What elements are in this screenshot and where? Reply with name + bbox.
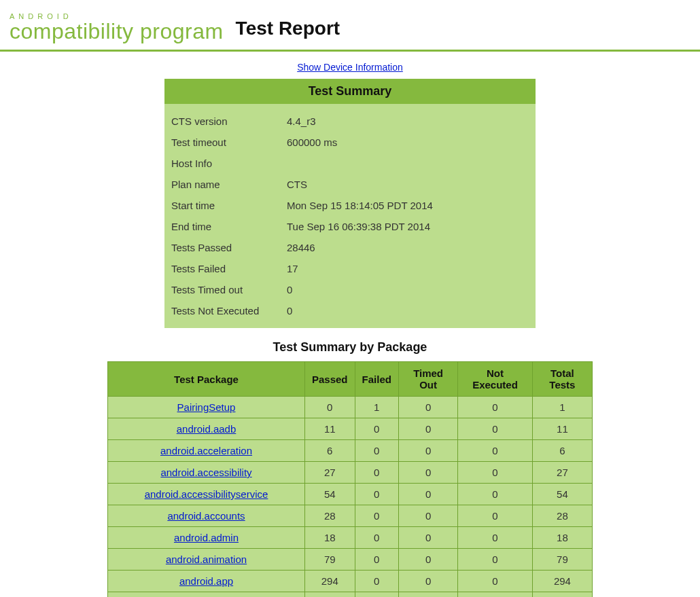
table-cell-passed: 6	[305, 440, 355, 462]
summary-row: Tests Timed out0	[171, 279, 529, 300]
package-name-cell: android.aadb	[108, 418, 305, 440]
table-cell-total: 294	[532, 571, 592, 592]
table-cell-passed: 11	[305, 418, 355, 440]
summary-label: Tests Not Executed	[171, 305, 287, 316]
summary-label: End time	[171, 221, 287, 232]
package-summary-table: Test PackagePassedFailedTimed OutNot Exe…	[107, 361, 593, 597]
table-cell-timed_out: 0	[398, 484, 457, 505]
table-cell-timed_out: 0	[398, 592, 457, 598]
package-name-cell: android.animation	[108, 549, 305, 571]
table-cell-failed: 0	[355, 592, 398, 598]
table-cell-passed: 18	[305, 527, 355, 549]
table-cell-passed: 79	[305, 549, 355, 571]
table-cell-not_executed: 0	[458, 527, 533, 549]
package-link[interactable]: android.accessibilityservice	[145, 488, 268, 500]
table-cell-timed_out: 0	[398, 397, 457, 418]
table-cell-failed: 0	[355, 571, 398, 592]
package-name-cell: android.accessibility	[108, 462, 305, 484]
package-link[interactable]: android.accounts	[167, 510, 245, 522]
table-cell-not_executed: 0	[458, 418, 533, 440]
table-cell-not_executed: 0	[458, 549, 533, 571]
table-cell-timed_out: 0	[398, 462, 457, 484]
package-link[interactable]: PairingSetup	[177, 401, 236, 413]
table-cell-passed: 540	[305, 592, 355, 598]
summary-row: Tests Not Executed0	[171, 300, 529, 321]
table-header-cell: Test Package	[108, 362, 305, 397]
summary-row: Tests Passed28446	[171, 237, 529, 258]
table-cell-not_executed: 0	[458, 505, 533, 527]
table-row: android.animation7900079	[108, 549, 593, 571]
table-cell-not_executed: 0	[458, 397, 533, 418]
test-summary-body: CTS version4.4_r3Test timeout600000 msHo…	[164, 104, 536, 328]
summary-label: Start time	[171, 200, 287, 211]
table-cell-failed: 1	[355, 397, 398, 418]
table-header-cell: Timed Out	[398, 362, 457, 397]
test-summary-panel: Test Summary CTS version4.4_r3Test timeo…	[164, 79, 536, 328]
package-link[interactable]: android.accessibility	[160, 467, 251, 478]
table-header-cell: Total Tests	[532, 362, 592, 397]
table-row: PairingSetup01001	[108, 397, 593, 418]
table-cell-not_executed: 0	[458, 462, 533, 484]
package-name-cell: PairingSetup	[108, 397, 305, 418]
table-cell-failed: 0	[355, 549, 398, 571]
table-cell-failed: 0	[355, 527, 398, 549]
summary-value	[287, 158, 529, 169]
header-bar: android compatibility program Test Repor…	[0, 0, 700, 52]
table-cell-passed: 0	[305, 397, 355, 418]
summary-row: End timeTue Sep 16 06:39:38 PDT 2014	[171, 216, 529, 237]
table-cell-failed: 0	[355, 418, 398, 440]
package-name-cell: android.app	[108, 571, 305, 592]
page-title: Test Report	[236, 18, 340, 39]
table-row: android.accessibilityservice5400054	[108, 484, 593, 505]
android-compatibility-logo: android compatibility program	[10, 12, 224, 44]
summary-value: Mon Sep 15 18:14:05 PDT 2014	[287, 200, 529, 211]
table-header-cell: Passed	[305, 362, 355, 397]
package-link[interactable]: android.admin	[174, 532, 239, 543]
table-cell-total: 18	[532, 527, 592, 549]
table-row: android.app294000294	[108, 571, 593, 592]
package-name-cell: android.acceleration	[108, 440, 305, 462]
table-cell-not_executed: 0	[458, 484, 533, 505]
table-row: android.aadb1100011	[108, 418, 593, 440]
logo-main-text: compatibility program	[10, 19, 224, 44]
summary-row: Start timeMon Sep 15 18:14:05 PDT 2014	[171, 195, 529, 216]
package-link[interactable]: android.aadb	[177, 423, 237, 435]
package-name-cell: android.bionic	[108, 592, 305, 598]
table-cell-timed_out: 0	[398, 418, 457, 440]
table-cell-failed: 0	[355, 484, 398, 505]
summary-row: Test timeout600000 ms	[171, 132, 529, 153]
table-header-cell: Not Executed	[458, 362, 533, 397]
package-link[interactable]: android.app	[179, 575, 233, 587]
table-cell-timed_out: 0	[398, 505, 457, 527]
package-link[interactable]: android.acceleration	[160, 445, 252, 456]
package-name-cell: android.accessibilityservice	[108, 484, 305, 505]
summary-label: Plan name	[171, 179, 287, 190]
summary-row: Tests Failed17	[171, 258, 529, 279]
table-cell-total: 27	[532, 462, 592, 484]
by-package-title: Test Summary by Package	[0, 340, 700, 355]
summary-value: 4.4_r3	[287, 115, 529, 127]
table-cell-timed_out: 0	[398, 571, 457, 592]
table-cell-total: 6	[532, 440, 592, 462]
show-device-info-link[interactable]: Show Device Information	[297, 62, 403, 73]
table-header-row: Test PackagePassedFailedTimed OutNot Exe…	[108, 362, 593, 397]
summary-label: Tests Failed	[171, 263, 287, 274]
summary-value: CTS	[287, 179, 529, 190]
table-cell-not_executed: 0	[458, 440, 533, 462]
device-info-link-wrap: Show Device Information	[0, 61, 700, 73]
table-row: android.bionic540000540	[108, 592, 593, 598]
table-cell-timed_out: 0	[398, 549, 457, 571]
table-row: android.accounts2800028	[108, 505, 593, 527]
package-link[interactable]: android.animation	[166, 554, 247, 565]
table-row: android.accessibility2700027	[108, 462, 593, 484]
table-cell-failed: 0	[355, 505, 398, 527]
table-cell-passed: 28	[305, 505, 355, 527]
summary-row: Host Info	[171, 153, 529, 174]
summary-value: 0	[287, 305, 529, 316]
summary-value: 17	[287, 263, 529, 274]
summary-label: Test timeout	[171, 137, 287, 148]
package-name-cell: android.accounts	[108, 505, 305, 527]
table-cell-total: 54	[532, 484, 592, 505]
summary-label: Host Info	[171, 158, 287, 169]
summary-value: 600000 ms	[287, 137, 529, 148]
